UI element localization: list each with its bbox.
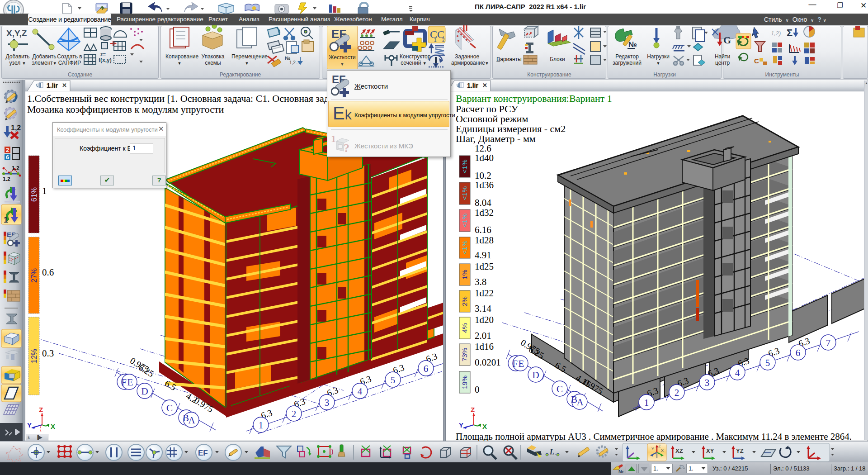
svg-text:12%: 12% [30, 349, 38, 363]
svg-text:6: 6 [424, 363, 429, 374]
svg-text:1d28: 1d28 [475, 235, 494, 246]
svg-text:27%: 27% [30, 268, 38, 283]
svg-text:C: C [166, 403, 173, 413]
svg-text:4%: 4% [461, 323, 468, 333]
svg-text:A: A [576, 397, 584, 408]
svg-text:1.2: 1.2 [3, 176, 10, 182]
svg-text:5: 5 [391, 375, 396, 385]
svg-text:F: F [512, 358, 518, 369]
svg-text:EF: EF [198, 449, 208, 457]
svg-text:C: C [754, 57, 759, 65]
svg-text:0.6: 0.6 [42, 267, 54, 278]
svg-text:1%: 1% [461, 270, 468, 280]
svg-text:D: D [141, 386, 148, 397]
svg-text:X: X [482, 423, 487, 430]
svg-text:3.14: 3.14 [475, 303, 491, 314]
svg-text:E: E [127, 377, 133, 388]
svg-text:1,2...: 1,2... [289, 60, 299, 65]
svg-text:1: 1 [4, 215, 8, 224]
svg-text:Y: Y [459, 421, 463, 429]
svg-text:F: F [121, 377, 127, 388]
svg-text:0: 0 [475, 384, 480, 395]
svg-text:Z: Z [471, 406, 475, 413]
svg-text:4.91: 4.91 [475, 250, 491, 261]
svg-text:E: E [519, 358, 524, 369]
svg-text:Y: Y [651, 446, 654, 451]
svg-text:f(x,y): f(x,y) [99, 57, 112, 63]
svg-text:61%: 61% [30, 187, 38, 202]
svg-text:4: 4 [735, 367, 740, 378]
svg-text:X: X [661, 448, 664, 453]
svg-text:1d20: 1d20 [475, 314, 494, 325]
svg-text:2.01: 2.01 [475, 330, 491, 341]
svg-text:Z: Z [39, 406, 43, 413]
svg-text:1,2: 1,2 [11, 124, 21, 132]
svg-text:Z: Z [658, 444, 661, 448]
svg-text:<1%: <1% [461, 214, 468, 227]
svg-text:1: 1 [259, 420, 264, 431]
svg-text:№: № [628, 40, 637, 49]
svg-text:X: X [51, 423, 55, 430]
svg-text:2: 2 [675, 387, 679, 398]
svg-text:6: 6 [6, 154, 9, 161]
svg-text:1d36: 1d36 [475, 180, 494, 190]
svg-text:?: ? [344, 142, 349, 154]
svg-text:<1%: <1% [461, 241, 468, 254]
svg-text:1: 1 [644, 397, 649, 408]
svg-text:19%: 19% [461, 375, 468, 389]
svg-text:2: 2 [442, 38, 445, 43]
svg-text:G: G [723, 34, 731, 46]
svg-text:C: C [557, 384, 563, 394]
svg-text:1d40: 1d40 [475, 152, 494, 163]
svg-text:7: 7 [826, 337, 831, 348]
svg-text:1: 1 [331, 134, 336, 144]
svg-text:3: 3 [705, 377, 710, 388]
svg-text:z=: z= [100, 52, 106, 57]
svg-text:6: 6 [796, 347, 801, 358]
svg-text:2: 2 [292, 408, 297, 419]
svg-text:1d32: 1d32 [475, 207, 494, 218]
svg-text:X,Y,Z: X,Y,Z [6, 28, 27, 38]
svg-text:5: 5 [765, 357, 770, 368]
svg-text:Y: Y [27, 421, 32, 429]
svg-text:3: 3 [325, 397, 330, 408]
svg-text:1: 1 [434, 38, 437, 43]
svg-text:A: A [188, 415, 195, 426]
svg-text:XZ: XZ [675, 447, 683, 454]
svg-text:№: № [618, 469, 623, 474]
svg-text:1,2): 1,2) [771, 30, 781, 37]
svg-text:0.3: 0.3 [42, 348, 54, 359]
svg-text:73%: 73% [461, 348, 468, 361]
svg-text:4: 4 [358, 386, 363, 397]
svg-text:D: D [532, 370, 539, 380]
svg-text:8.04: 8.04 [475, 197, 491, 208]
svg-text:1: 1 [42, 185, 47, 196]
svg-text:1d16: 1d16 [475, 341, 494, 352]
svg-text:6.16: 6.16 [475, 224, 491, 235]
svg-text:YZ: YZ [736, 447, 744, 454]
svg-text:2: 2 [6, 147, 9, 153]
svg-text:1d22: 1d22 [475, 288, 494, 299]
svg-text:1.2: 1.2 [12, 165, 19, 171]
svg-text:3.8: 3.8 [475, 276, 486, 287]
svg-text:2%: 2% [461, 296, 468, 306]
svg-text:<1%: <1% [461, 160, 468, 173]
svg-text:1d25: 1d25 [475, 261, 494, 272]
svg-text:0.0201: 0.0201 [475, 357, 501, 368]
svg-text:Σ: Σ [787, 27, 793, 38]
svg-text:XY: XY [706, 447, 714, 454]
svg-text:<1%: <1% [461, 186, 468, 200]
